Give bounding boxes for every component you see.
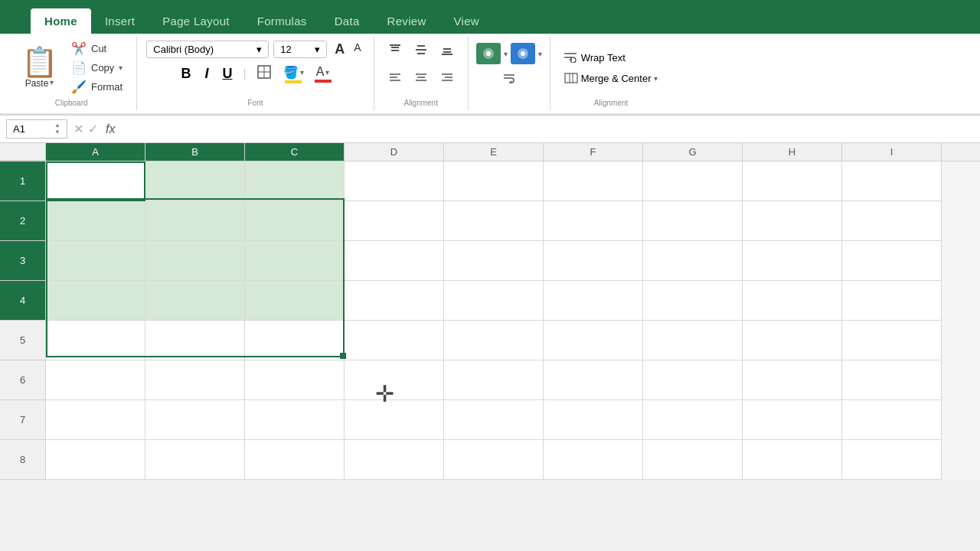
col-header-h[interactable]: H xyxy=(743,143,842,161)
tab-review[interactable]: Review xyxy=(374,8,440,34)
cell-e4[interactable] xyxy=(444,281,544,321)
cell-a5[interactable] xyxy=(46,321,145,360)
row-header-8[interactable]: 8 xyxy=(0,440,46,480)
merge-center-arrow[interactable]: ▾ xyxy=(654,74,658,83)
col-header-d[interactable]: D xyxy=(345,143,444,161)
cell-g7[interactable] xyxy=(643,400,743,440)
italic-button[interactable]: I xyxy=(200,64,213,84)
row-header-6[interactable]: 6 xyxy=(0,360,46,400)
cell-d6[interactable] xyxy=(345,360,444,400)
font-color-button[interactable]: A ▾ xyxy=(312,64,335,84)
cell-f2[interactable] xyxy=(544,201,643,241)
cell-g8[interactable] xyxy=(643,440,743,480)
row-header-7[interactable]: 7 xyxy=(0,400,46,440)
col-header-a[interactable]: A xyxy=(46,143,145,161)
cell-b5[interactable] xyxy=(145,321,245,360)
cell-h7[interactable] xyxy=(743,400,842,440)
cell-i1[interactable] xyxy=(842,161,942,201)
cell-h6[interactable] xyxy=(743,360,842,400)
col-header-i[interactable]: I xyxy=(842,143,942,161)
cell-i4[interactable] xyxy=(842,281,942,321)
color-dropdown2-arrow[interactable]: ▾ xyxy=(538,50,542,58)
col-header-g[interactable]: G xyxy=(643,143,743,161)
cell-d1[interactable] xyxy=(345,161,444,201)
cut-button[interactable]: ✂️ Cut xyxy=(67,40,127,57)
cell-f3[interactable] xyxy=(544,241,643,281)
cell-a8[interactable] xyxy=(46,440,145,480)
paste-button[interactable]: 📋 Paste ▾ xyxy=(15,44,64,92)
font-size-selector[interactable]: 12 ▾ xyxy=(273,41,327,58)
cell-c8[interactable] xyxy=(245,440,345,480)
cell-c6[interactable] xyxy=(245,360,345,400)
cell-h1[interactable] xyxy=(743,161,842,201)
font-size-arrow[interactable]: ▾ xyxy=(315,44,320,55)
borders-button[interactable] xyxy=(253,62,276,86)
cancel-formula-icon[interactable]: ✕ xyxy=(74,122,83,136)
decrease-font-size-button[interactable]: A xyxy=(351,40,364,59)
cell-f1[interactable] xyxy=(544,161,643,201)
name-box[interactable]: A1 ▲▼ xyxy=(6,119,67,139)
increase-font-size-button[interactable]: A xyxy=(332,40,348,59)
cell-h4[interactable] xyxy=(743,281,842,321)
col-header-j[interactable]: J xyxy=(942,143,980,161)
color-block-blue[interactable] xyxy=(511,43,535,64)
row-header-5[interactable]: 5 xyxy=(0,321,46,360)
cell-f8[interactable] xyxy=(544,440,643,480)
cell-g6[interactable] xyxy=(643,360,743,400)
tab-home[interactable]: Home xyxy=(31,8,91,34)
cell-e2[interactable] xyxy=(444,201,544,241)
font-family-selector[interactable]: Calibri (Body) ▾ xyxy=(146,41,269,58)
cell-g4[interactable] xyxy=(643,281,743,321)
row-header-4[interactable]: 4 xyxy=(0,281,46,321)
cell-i6[interactable] xyxy=(842,360,942,400)
cell-a1[interactable] xyxy=(46,161,145,201)
cell-b1[interactable] xyxy=(145,161,245,201)
name-box-arrows[interactable]: ▲▼ xyxy=(54,122,60,135)
cell-c1[interactable] xyxy=(245,161,345,201)
cell-i7[interactable] xyxy=(842,400,942,440)
cell-f5[interactable] xyxy=(544,321,643,360)
cell-a7[interactable] xyxy=(46,400,145,440)
tab-view[interactable]: View xyxy=(440,8,493,34)
underline-button[interactable]: U xyxy=(217,64,237,84)
col-header-f[interactable]: F xyxy=(544,143,643,161)
tab-data[interactable]: Data xyxy=(321,8,374,34)
cell-a3[interactable] xyxy=(46,241,145,281)
cell-g5[interactable] xyxy=(643,321,743,360)
cell-e6[interactable] xyxy=(444,360,544,400)
row-header-2[interactable]: 2 xyxy=(0,201,46,241)
cell-a2[interactable] xyxy=(46,201,145,241)
cell-d2[interactable] xyxy=(345,201,444,241)
cell-b7[interactable] xyxy=(145,400,245,440)
cell-i5[interactable] xyxy=(842,321,942,360)
cell-e7[interactable] xyxy=(444,400,544,440)
align-middle-button[interactable] xyxy=(410,40,433,64)
cell-c4[interactable] xyxy=(245,281,345,321)
align-top-button[interactable] xyxy=(384,40,407,64)
cell-b8[interactable] xyxy=(145,440,245,480)
cell-d4[interactable] xyxy=(345,281,444,321)
cell-f6[interactable] xyxy=(544,360,643,400)
cell-d3[interactable] xyxy=(345,241,444,281)
cell-h2[interactable] xyxy=(743,201,842,241)
cell-c2[interactable] xyxy=(245,201,345,241)
tab-page-layout[interactable]: Page Layout xyxy=(149,8,243,34)
cell-h3[interactable] xyxy=(743,241,842,281)
row-header-3[interactable]: 3 xyxy=(0,241,46,281)
cell-c7[interactable] xyxy=(245,400,345,440)
copy-button[interactable]: 📄 Copy ▾ xyxy=(67,59,127,77)
cell-e3[interactable] xyxy=(444,241,544,281)
col-header-b[interactable]: B xyxy=(145,143,245,161)
row-header-1[interactable]: 1 xyxy=(0,161,46,201)
fill-color-arrow[interactable]: ▾ xyxy=(300,68,304,77)
cell-a4[interactable] xyxy=(46,281,145,321)
bold-button[interactable]: B xyxy=(176,64,195,84)
cell-f7[interactable] xyxy=(544,400,643,440)
align-bottom-button[interactable] xyxy=(436,40,459,64)
cell-g3[interactable] xyxy=(643,241,743,281)
align-left-button[interactable] xyxy=(384,67,407,90)
wrap-text-button[interactable] xyxy=(498,69,521,87)
confirm-formula-icon[interactable]: ✓ xyxy=(88,122,98,136)
cell-f4[interactable] xyxy=(544,281,643,321)
cell-i8[interactable] xyxy=(842,440,942,480)
